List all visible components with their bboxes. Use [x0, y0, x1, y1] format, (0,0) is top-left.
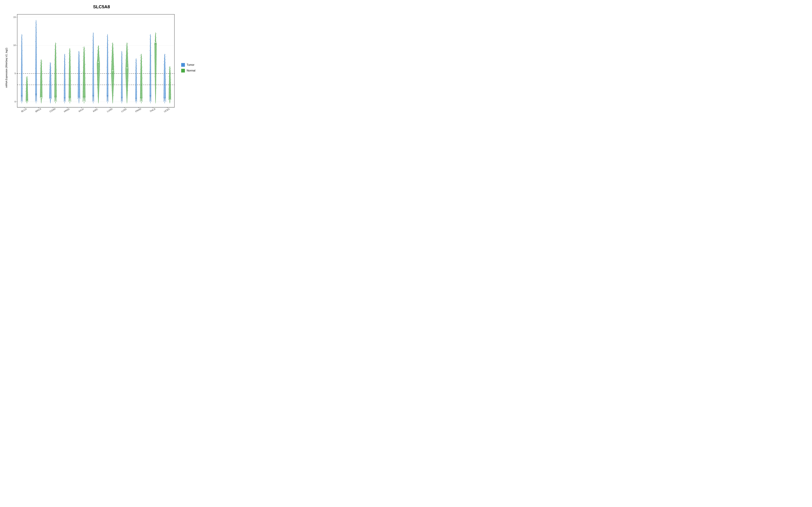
svg-point-472 [121, 82, 122, 82]
svg-point-562 [140, 97, 140, 98]
svg-point-111 [36, 21, 36, 22]
svg-point-403 [107, 94, 107, 94]
svg-point-283 [80, 76, 80, 77]
svg-point-382 [99, 66, 99, 67]
svg-point-615 [150, 46, 150, 46]
svg-point-52 [26, 97, 27, 98]
svg-point-102 [35, 36, 36, 36]
svg-point-361 [93, 41, 94, 42]
svg-point-648 [156, 41, 156, 42]
svg-text:PRAD: PRAD [135, 108, 142, 113]
svg-point-611 [151, 52, 151, 52]
legend-box-tumor [181, 63, 185, 67]
svg-point-348 [94, 64, 94, 64]
svg-point-512 [127, 61, 128, 62]
svg-point-69 [27, 82, 27, 82]
svg-point-300 [78, 55, 78, 55]
svg-point-74 [26, 79, 27, 79]
svg-point-212 [65, 93, 65, 94]
svg-point-671 [165, 72, 166, 72]
svg-point-37 [21, 49, 22, 49]
svg-point-292 [78, 63, 79, 64]
svg-point-532 [136, 95, 137, 95]
svg-point-354 [92, 52, 93, 53]
svg-point-530 [136, 107, 137, 108]
svg-point-543 [136, 75, 137, 75]
svg-text:5: 5 [14, 72, 16, 75]
svg-point-620 [149, 39, 150, 39]
svg-point-522 [126, 48, 127, 48]
svg-point-394 [97, 51, 98, 51]
svg-point-20 [22, 88, 23, 89]
svg-point-458 [113, 48, 114, 48]
svg-point-461 [113, 45, 114, 45]
svg-point-610 [150, 54, 150, 54]
svg-point-375 [97, 79, 98, 80]
svg-point-340 [94, 88, 94, 88]
svg-point-637 [156, 60, 156, 60]
svg-point-269 [69, 50, 69, 50]
svg-point-78 [27, 76, 28, 77]
svg-point-672 [164, 70, 164, 71]
svg-point-499 [128, 90, 128, 91]
svg-point-469 [121, 89, 122, 90]
svg-point-663 [165, 85, 166, 86]
svg-point-165 [50, 71, 50, 72]
svg-point-345 [93, 71, 94, 71]
svg-point-473 [122, 80, 123, 80]
svg-point-247 [71, 80, 71, 81]
svg-point-446 [112, 64, 112, 65]
svg-point-429 [108, 38, 108, 38]
svg-point-686 [164, 55, 165, 56]
svg-point-355 [93, 51, 93, 51]
svg-point-62 [28, 87, 28, 87]
svg-point-203 [56, 47, 56, 47]
svg-point-324 [84, 59, 84, 59]
svg-point-547 [135, 70, 136, 71]
svg-point-703 [171, 79, 171, 79]
svg-point-377 [99, 75, 100, 75]
svg-point-581 [140, 63, 140, 64]
svg-point-218 [65, 79, 66, 80]
svg-point-554 [136, 63, 137, 64]
svg-point-303 [78, 52, 79, 52]
svg-point-507 [128, 70, 128, 70]
svg-point-55 [26, 93, 27, 94]
svg-point-386 [97, 60, 98, 61]
svg-point-302 [80, 53, 80, 53]
svg-point-265 [70, 54, 70, 55]
svg-point-613 [150, 49, 151, 49]
svg-point-270 [69, 49, 70, 49]
svg-point-454 [112, 53, 112, 53]
svg-point-166 [51, 70, 51, 71]
svg-point-546 [136, 71, 137, 72]
svg-point-675 [164, 67, 164, 67]
svg-point-290 [79, 66, 79, 66]
svg-point-173 [50, 64, 50, 65]
svg-point-573 [140, 73, 141, 74]
svg-point-431 [107, 35, 108, 36]
svg-point-75 [27, 78, 28, 79]
svg-point-72 [27, 80, 27, 80]
svg-point-561 [141, 107, 142, 108]
svg-point-694 [170, 90, 170, 91]
svg-point-196 [55, 55, 55, 56]
svg-point-652 [155, 36, 155, 37]
svg-point-646 [154, 44, 155, 45]
svg-point-549 [137, 68, 137, 69]
svg-point-76 [26, 78, 26, 78]
svg-point-629 [156, 80, 156, 80]
svg-point-316 [84, 70, 84, 71]
svg-point-140 [41, 62, 42, 62]
svg-point-631 [155, 73, 156, 74]
svg-point-682 [165, 59, 166, 60]
svg-point-322 [84, 61, 85, 62]
svg-point-313 [83, 76, 84, 76]
svg-point-606 [151, 61, 151, 61]
svg-point-525 [126, 45, 127, 45]
svg-point-123 [41, 79, 41, 80]
svg-point-31 [21, 59, 21, 59]
svg-point-87 [36, 71, 37, 72]
svg-point-391 [97, 54, 97, 54]
svg-point-57 [26, 91, 26, 92]
